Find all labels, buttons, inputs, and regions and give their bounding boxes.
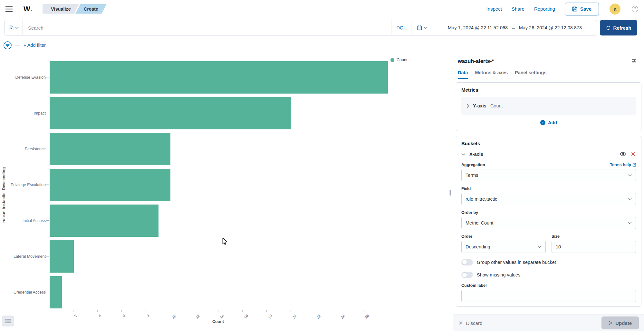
- terms-help-link[interactable]: Terms help: [610, 163, 636, 167]
- filter-placeholder-dash: [15, 45, 20, 45]
- search-placeholder: Search: [28, 25, 43, 31]
- bar-persistence[interactable]: [50, 133, 170, 165]
- order-by-value: Metric: Count: [466, 220, 493, 226]
- category-label: Lateral Movement: [0, 254, 46, 259]
- add-filter-button[interactable]: + Add filter: [24, 43, 46, 48]
- bucket-axis-label: X-axis: [469, 152, 483, 157]
- chevron-down-icon: [628, 198, 632, 200]
- header-link-inspect[interactable]: Inspect: [486, 6, 502, 12]
- query-bar: Search DQL May 1, 2024 @ 22:11:52.068 → …: [5, 20, 597, 35]
- order-by-label: Order by: [461, 210, 636, 215]
- editor-scroll-area[interactable]: Metrics Y-axis Count + Add Buckets X-axi…: [453, 79, 644, 315]
- x-tick-label: 18: [267, 314, 273, 320]
- chevron-right-icon: [466, 104, 469, 108]
- close-icon: ✕: [458, 320, 463, 326]
- chevron-down-icon: [424, 27, 428, 29]
- date-picker-menu-button[interactable]: [411, 20, 433, 35]
- chevron-down-icon: [628, 174, 632, 176]
- chart-row: Lateral Movement: [0, 238, 403, 274]
- x-tick-label: 10: [171, 314, 176, 320]
- aggregation-label: Aggregation: [461, 163, 485, 167]
- eye-icon: [620, 152, 626, 156]
- field-label: Field: [461, 186, 636, 191]
- query-bar-row: Search DQL May 1, 2024 @ 22:11:52.068 → …: [0, 18, 644, 37]
- x-tick-mark: [266, 310, 267, 312]
- x-tick-mark: [242, 310, 243, 312]
- collapse-panel-button[interactable]: [630, 58, 638, 64]
- header-link-reporting[interactable]: Reporting: [534, 6, 555, 12]
- refresh-icon: [606, 25, 611, 30]
- size-input[interactable]: [552, 241, 636, 253]
- y-axis-metric-accordion[interactable]: Y-axis Count: [461, 97, 636, 115]
- remove-bucket-button[interactable]: [630, 151, 636, 157]
- bar-initial-access[interactable]: [50, 205, 159, 237]
- order-by-select[interactable]: Metric: Count: [461, 217, 636, 229]
- buckets-heading: Buckets: [461, 141, 636, 146]
- chevron-down-icon: [461, 153, 466, 155]
- header-link-share[interactable]: Share: [512, 6, 524, 12]
- add-metric-button[interactable]: + Add: [461, 120, 636, 125]
- legend-toggle-button[interactable]: [2, 316, 14, 326]
- floppy-icon: [572, 6, 577, 12]
- app-logo[interactable]: W.: [18, 0, 38, 18]
- toggle-visibility-button[interactable]: [619, 151, 627, 157]
- editor-tabs: DataMetrics & axesPanel settings: [457, 70, 639, 79]
- panel-resize-handle[interactable]: [449, 190, 451, 196]
- order-select[interactable]: Descending: [461, 241, 546, 253]
- bar-privilege-escalation[interactable]: [50, 169, 170, 201]
- x-tick-mark: [170, 310, 170, 312]
- chart-row: Privilege Escalation: [0, 167, 403, 203]
- search-input[interactable]: Search: [23, 20, 391, 35]
- show-missing-values-label: Show missing values: [477, 272, 520, 277]
- bar-defense-evasion[interactable]: [50, 61, 388, 94]
- refresh-button[interactable]: Refresh: [600, 20, 637, 35]
- chart-row: Credential Access: [0, 274, 403, 310]
- breadcrumb-visualize[interactable]: Visualize: [43, 4, 79, 14]
- breadcrumb-create[interactable]: Create: [75, 4, 107, 14]
- date-range-display[interactable]: May 1, 2024 @ 22:11:52.068 → May 26, 202…: [433, 20, 597, 35]
- tab-data[interactable]: Data: [458, 70, 468, 79]
- filter-icon[interactable]: [3, 41, 12, 50]
- help-icon[interactable]: ?: [632, 6, 638, 12]
- x-tick-mark: [73, 310, 73, 312]
- x-tick-mark: [97, 310, 98, 312]
- category-tick: [46, 77, 49, 77]
- date-from[interactable]: May 1, 2024 @ 22:11:52.068: [448, 25, 508, 30]
- bar-lateral-movement[interactable]: [50, 240, 74, 273]
- x-axis-line: [49, 310, 388, 310]
- saved-query-menu-button[interactable]: [5, 20, 23, 35]
- discard-button[interactable]: ✕ Discard: [458, 320, 482, 326]
- date-to[interactable]: May 26, 2024 @ 22:12:08.873: [519, 25, 582, 30]
- x-tick-label: 4: [98, 314, 102, 318]
- custom-label-input[interactable]: [461, 290, 636, 302]
- update-label: Update: [615, 320, 632, 326]
- category-tick: [46, 292, 49, 292]
- tab-panel-settings[interactable]: Panel settings: [515, 70, 546, 79]
- legend-list-icon: [5, 318, 11, 324]
- menu-hamburger-button[interactable]: [0, 0, 18, 18]
- size-label: Size: [552, 234, 636, 239]
- save-button[interactable]: Save: [565, 3, 599, 15]
- aggregation-select[interactable]: Terms: [461, 169, 636, 181]
- show-missing-values-toggle[interactable]: [461, 272, 473, 278]
- x-tick-mark: [363, 310, 363, 312]
- tab-metrics-axes[interactable]: Metrics & axes: [475, 70, 508, 79]
- update-button[interactable]: Update: [601, 316, 639, 329]
- filter-bar: + Add filter: [0, 37, 644, 53]
- x-tick-label: 14: [219, 314, 225, 320]
- bar-credential-access[interactable]: [50, 276, 62, 308]
- field-select[interactable]: rule.mitre.tactic: [461, 193, 636, 205]
- external-link-icon: [632, 163, 636, 167]
- panel-header: wazuh-alerts-* DataMetrics & axesPanel s…: [453, 53, 644, 79]
- collapse-panel-icon: [631, 59, 637, 64]
- group-other-values-toggle[interactable]: [461, 259, 473, 266]
- avatar[interactable]: a: [610, 4, 620, 15]
- dql-language-button[interactable]: DQL: [391, 20, 411, 35]
- bar-impact[interactable]: [50, 97, 291, 129]
- x-tick-label: 2: [73, 314, 78, 318]
- bar-chart-panel: Count rule.mitre.tactic: Descending Defe…: [0, 53, 448, 331]
- category-label: Credential Access: [0, 290, 46, 295]
- logo-text: W: [24, 5, 30, 13]
- buckets-card: Buckets X-axis Aggregation Terms help: [456, 136, 641, 307]
- x-axis-bucket-accordion[interactable]: X-axis: [461, 151, 636, 157]
